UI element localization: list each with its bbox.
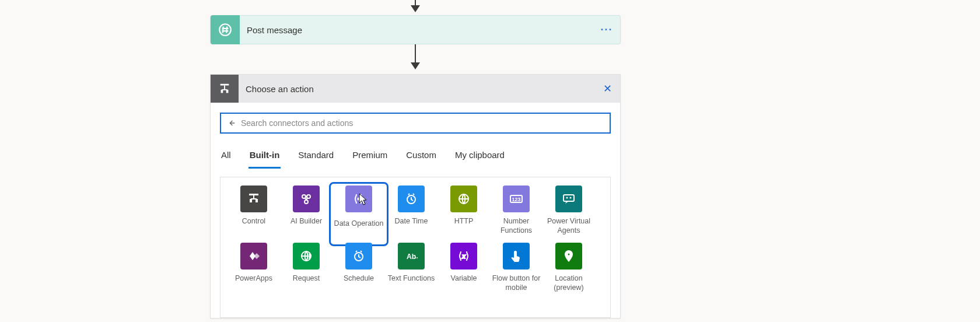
connector-label: Variable <box>451 274 477 284</box>
svg-rect-1 <box>220 84 229 86</box>
tab-standard[interactable]: Standard <box>297 144 335 169</box>
connector-label: Number Functions <box>491 217 541 235</box>
svg-point-9 <box>304 200 308 204</box>
hashtag-icon <box>211 15 240 44</box>
connector-label: Location (preview) <box>544 274 594 292</box>
connector-label: Text Functions <box>388 274 435 284</box>
textfns-icon: Ab <box>398 243 425 270</box>
tab-builtin[interactable]: Built-in <box>249 144 281 169</box>
connector-label: Control <box>242 217 265 226</box>
close-button[interactable]: ✕ <box>594 75 620 103</box>
choose-action-panel: Choose an action ✕ AllBuilt-inStandardPr… <box>210 74 621 318</box>
more-menu-button[interactable]: ··· <box>593 15 620 44</box>
flow-step-title: Post message <box>247 25 593 35</box>
aibuilder-icon <box>293 186 320 212</box>
connector-label: Schedule <box>344 274 374 284</box>
numberfns-icon: 123 <box>503 186 530 212</box>
choose-action-icon <box>211 75 239 103</box>
tab-custom[interactable]: Custom <box>405 144 438 169</box>
connector-schedule[interactable]: Schedule <box>332 243 385 300</box>
connector-location[interactable]: Location (preview) <box>542 243 595 300</box>
back-arrow-icon[interactable] <box>227 118 236 128</box>
connector-variable[interactable]: xVariable <box>438 243 490 300</box>
connector-numberfns[interactable]: 123Number Functions <box>490 186 542 243</box>
svg-rect-6 <box>256 199 258 202</box>
svg-text:Ab: Ab <box>407 253 416 261</box>
connector-pva[interactable]: Power Virtual Agents <box>542 186 595 243</box>
svg-text:x: x <box>461 253 466 260</box>
tab-clipboard[interactable]: My clipboard <box>454 144 506 169</box>
flow-step-post-message[interactable]: Post message ··· <box>210 15 621 44</box>
svg-rect-5 <box>250 199 252 202</box>
flow-arrow-icon <box>411 0 420 12</box>
powerapps-icon <box>240 243 267 270</box>
svg-point-21 <box>415 257 416 258</box>
connectors-panel: ControlAI BuilderData OperationDate Time… <box>220 177 611 318</box>
svg-rect-15 <box>564 195 574 201</box>
svg-text:123: 123 <box>512 197 520 202</box>
flow-arrow-icon <box>411 44 420 69</box>
control-icon <box>240 186 267 212</box>
svg-point-25 <box>568 253 570 256</box>
svg-point-22 <box>416 257 418 258</box>
http-icon <box>450 186 477 212</box>
search-input[interactable] <box>241 118 604 128</box>
connector-label: Data Operation <box>334 219 384 229</box>
connector-label: Flow button for mobile <box>491 274 541 292</box>
connector-label: PowerApps <box>235 274 272 284</box>
connector-label: AI Builder <box>290 217 322 226</box>
panel-header: Choose an action ✕ <box>211 75 620 103</box>
svg-point-0 <box>219 24 231 36</box>
request-icon <box>293 243 320 270</box>
flowbutton-icon <box>503 243 530 270</box>
connector-http[interactable]: HTTP <box>438 186 490 243</box>
connector-flowbutton[interactable]: Flow button for mobile <box>490 243 542 300</box>
tab-all[interactable]: All <box>220 144 232 169</box>
connector-datetime[interactable]: Date Time <box>385 186 438 243</box>
svg-rect-2 <box>221 90 223 93</box>
connector-request[interactable]: Request <box>280 243 332 300</box>
search-box[interactable] <box>220 113 611 134</box>
location-icon <box>555 243 582 270</box>
svg-rect-4 <box>249 194 258 195</box>
connector-tabs: AllBuilt-inStandardPremiumCustomMy clipb… <box>211 138 620 169</box>
pva-icon <box>555 186 582 212</box>
connector-label: Request <box>293 274 320 284</box>
connector-label: Date Time <box>395 217 428 226</box>
svg-point-17 <box>570 197 572 199</box>
cursor-icon <box>356 192 368 206</box>
connector-label: Power Virtual Agents <box>544 217 594 235</box>
connector-aibuilder[interactable]: AI Builder <box>280 186 332 243</box>
svg-rect-3 <box>226 90 229 93</box>
variable-icon: x <box>450 243 477 270</box>
connector-label: HTTP <box>454 217 474 226</box>
connector-powerapps[interactable]: PowerApps <box>228 243 280 300</box>
panel-title: Choose an action <box>246 84 594 94</box>
tab-premium[interactable]: Premium <box>351 144 388 169</box>
svg-point-16 <box>566 197 568 199</box>
datetime-icon <box>398 186 425 212</box>
schedule-icon <box>345 243 372 270</box>
connector-dataoperation[interactable]: Data Operation <box>332 186 385 243</box>
connector-textfns[interactable]: AbText Functions <box>385 243 438 300</box>
connector-control[interactable]: Control <box>228 186 280 243</box>
